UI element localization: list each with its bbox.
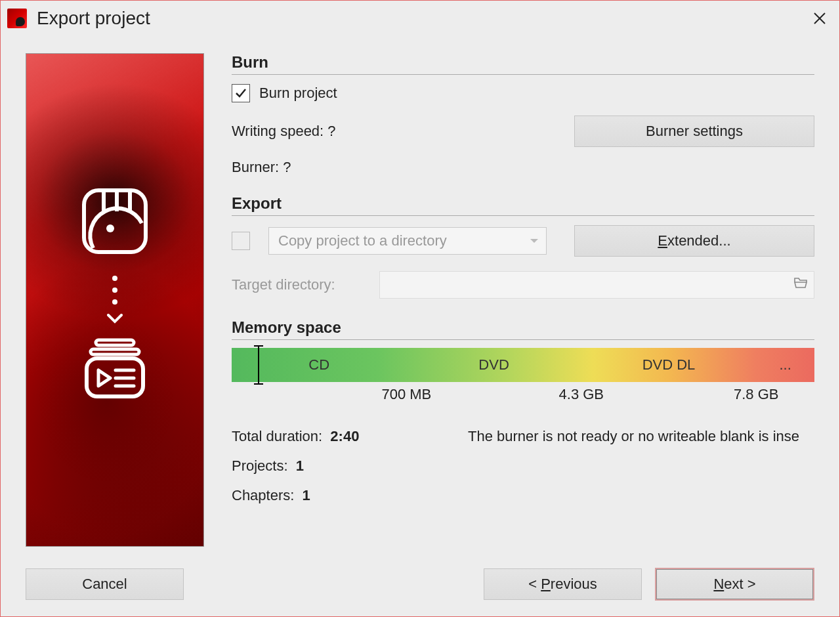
memory-seg-cd: CD — [232, 348, 406, 382]
export-header: Export — [232, 194, 814, 216]
burner-row: Burner: ? — [232, 159, 814, 176]
chapters-value: 1 — [303, 487, 310, 503]
svg-marker-8 — [98, 370, 110, 386]
memory-seg-dvd: DVD — [406, 348, 581, 382]
project-icon — [79, 331, 151, 403]
memory-tick-2: 7.8 GB — [734, 386, 778, 403]
app-icon — [7, 9, 27, 28]
memory-space-meter: CD DVD DVD DL ... 700 MB 4.3 GB 7.8 GB — [232, 348, 814, 406]
next-button[interactable]: Next > — [655, 568, 814, 601]
projects-label: Projects: — [232, 457, 288, 474]
arrow-down-icon — [107, 314, 123, 324]
next-button-label: Next > — [713, 576, 755, 593]
stats-block: Total duration: 2:40 The burner is not r… — [232, 421, 814, 510]
target-directory-input[interactable] — [379, 271, 814, 299]
memory-tick-labels: 700 MB 4.3 GB 7.8 GB — [232, 386, 814, 406]
wizard-sidebar-image — [26, 53, 204, 547]
copy-project-combo-text: Copy project to a directory — [278, 232, 447, 249]
chapters-label: Chapters: — [232, 487, 294, 503]
writing-speed-row: Writing speed: ? Burner settings — [232, 116, 814, 147]
extended-button-label: Extended... — [658, 232, 730, 249]
sidebar-graphic — [26, 185, 203, 403]
burner-value: ? — [283, 159, 291, 176]
content: Burn Burn project Writing speed: ? Burne… — [26, 53, 814, 551]
footer: Cancel < Previous Next > — [26, 568, 814, 601]
burner-status-message: The burner is not ready or no writeable … — [468, 421, 799, 451]
main-panel: Burn Burn project Writing speed: ? Burne… — [204, 53, 814, 551]
export-copy-row: Copy project to a directory Extended... — [232, 225, 814, 257]
burn-project-label: Burn project — [259, 85, 337, 102]
close-button[interactable] — [807, 5, 833, 32]
copy-project-checkbox[interactable] — [232, 232, 250, 250]
burner-label: Burner: — [232, 159, 279, 176]
previous-button[interactable]: < Previous — [484, 568, 642, 600]
burn-project-checkbox[interactable] — [232, 84, 250, 102]
memory-seg-dvddl: DVD DL — [581, 348, 756, 382]
previous-button-label: < Previous — [528, 576, 597, 593]
memory-tick-0: 700 MB — [381, 386, 431, 403]
svg-point-6 — [106, 224, 114, 232]
folder-open-icon — [793, 275, 808, 295]
extended-button[interactable]: Extended... — [574, 225, 814, 257]
burn-project-row: Burn project — [232, 84, 814, 102]
chevron-down-icon — [530, 239, 538, 243]
burner-settings-button[interactable]: Burner settings — [574, 116, 814, 147]
cancel-button-label: Cancel — [82, 576, 127, 593]
disc-icon — [79, 185, 151, 257]
export-project-dialog: Export project — [0, 0, 840, 617]
cancel-button[interactable]: Cancel — [26, 568, 184, 600]
memory-header: Memory space — [232, 318, 814, 340]
memory-tick-1: 4.3 GB — [559, 386, 604, 403]
target-directory-row: Target directory: — [232, 271, 814, 299]
titlebar: Export project — [1, 1, 839, 36]
copy-project-combo[interactable]: Copy project to a directory — [268, 227, 547, 255]
memory-seg-more: ... — [756, 348, 814, 382]
dialog-title: Export project — [37, 8, 807, 29]
target-directory-label: Target directory: — [232, 276, 379, 293]
writing-speed-value: ? — [327, 123, 335, 140]
projects-value: 1 — [296, 457, 304, 474]
burn-header: Burn — [232, 53, 814, 75]
burner-settings-label: Burner settings — [646, 123, 743, 140]
check-icon — [235, 87, 247, 99]
writing-speed-label: Writing speed: — [232, 123, 324, 140]
close-icon — [814, 12, 826, 24]
duration-value: 2:40 — [330, 428, 359, 444]
duration-label: Total duration: — [232, 428, 322, 444]
